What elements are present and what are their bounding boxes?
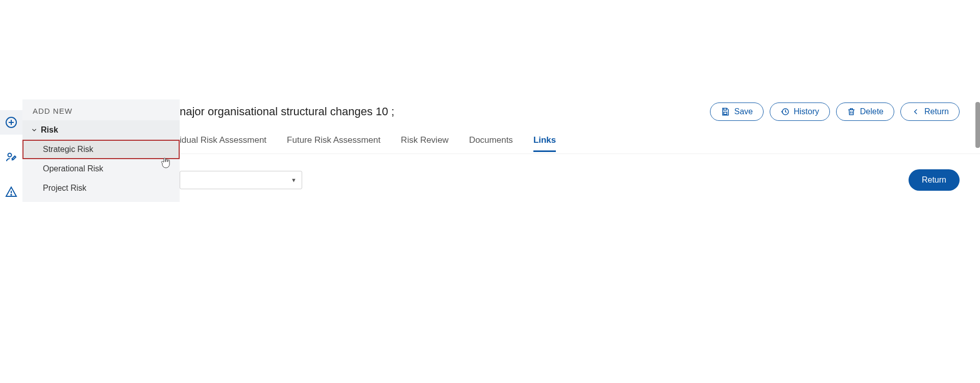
tab-label: Links <box>533 135 556 145</box>
return-button-header-label: Return <box>924 107 949 116</box>
history-button[interactable]: History <box>770 103 830 121</box>
tab-label: Risk Review <box>401 135 449 145</box>
save-button[interactable]: Save <box>710 103 763 121</box>
user-edit-icon[interactable] <box>0 145 22 169</box>
add-new-category-label: Risk <box>41 125 58 135</box>
return-button-body[interactable]: Return <box>909 169 960 191</box>
add-new-item-label: Strategic Risk <box>43 145 93 154</box>
tab-label: Documents <box>469 135 513 145</box>
caret-down-icon: ▼ <box>291 177 297 183</box>
svg-point-5 <box>11 194 12 195</box>
chevron-left-icon <box>911 107 920 116</box>
svg-rect-6 <box>724 112 727 115</box>
add-new-item-strategic-risk[interactable]: Strategic Risk <box>22 140 180 159</box>
history-icon <box>780 107 790 116</box>
delete-button-label: Delete <box>860 107 884 116</box>
add-new-item-label: Project Risk <box>43 184 86 192</box>
add-new-item-project-risk[interactable]: Project Risk <box>22 178 180 198</box>
add-new-icon[interactable] <box>0 110 22 135</box>
add-new-item-label: Operational Risk <box>43 164 103 173</box>
return-button-header[interactable]: Return <box>900 103 960 121</box>
history-button-label: History <box>794 107 819 116</box>
chevron-down-icon <box>31 126 38 134</box>
link-type-select[interactable]: ▼ <box>180 171 302 189</box>
tab-future-risk-assessment[interactable]: Future Risk Assessment <box>287 135 380 150</box>
tab-label: Future Risk Assessment <box>287 135 380 145</box>
tab-documents[interactable]: Documents <box>469 135 513 150</box>
body-row: ▼ Return <box>180 169 960 191</box>
add-new-item-operational-risk[interactable]: Operational Risk <box>22 159 180 178</box>
add-new-category-toggle[interactable]: Risk <box>22 120 180 140</box>
warning-icon[interactable] <box>0 180 22 204</box>
scrollbar[interactable] <box>975 102 980 148</box>
tab-label: idual Risk Assessment <box>180 135 266 145</box>
page-title: najor organisational structural changes … <box>180 105 395 118</box>
add-new-subitems: Strategic Risk Operational Risk Project … <box>22 140 180 198</box>
tab-residual-risk-assessment[interactable]: idual Risk Assessment <box>180 135 266 150</box>
add-new-panel: ADD NEW Risk Strategic Risk Operational … <box>22 99 180 202</box>
add-new-title: ADD NEW <box>22 99 180 120</box>
return-button-body-label: Return <box>922 175 946 184</box>
trash-icon <box>847 107 856 116</box>
save-button-label: Save <box>734 107 752 116</box>
tab-risk-review[interactable]: Risk Review <box>401 135 449 150</box>
delete-button[interactable]: Delete <box>836 103 894 121</box>
header-actions: Save History Delete Return <box>710 103 960 121</box>
save-icon <box>721 107 730 116</box>
tab-links[interactable]: Links <box>533 135 556 150</box>
left-rail <box>0 0 22 383</box>
svg-point-3 <box>8 154 12 157</box>
